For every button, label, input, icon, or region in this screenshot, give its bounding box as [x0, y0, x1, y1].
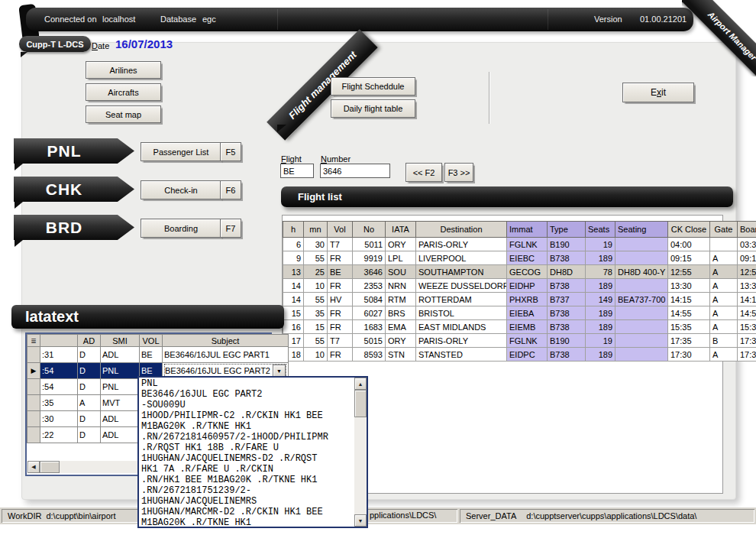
- flight-cell[interactable]: EIEMB: [507, 320, 548, 334]
- flight-cell[interactable]: 10: [304, 279, 328, 293]
- boarding-button[interactable]: Boarding: [141, 219, 221, 238]
- check-in-button[interactable]: Check-in: [141, 180, 221, 199]
- flight-cell[interactable]: 14: [283, 279, 304, 293]
- iata-cell-smi[interactable]: ADL: [101, 427, 140, 443]
- iata-cell-ad[interactable]: D: [78, 363, 101, 379]
- flight-cell[interactable]: 5011: [353, 238, 386, 251]
- flight-cell[interactable]: STN: [386, 348, 416, 362]
- flight-schedule-button[interactable]: Flight Scheddule: [331, 77, 415, 96]
- iata-cell-subject[interactable]: BE3646/16JUL EGC PART1: [163, 347, 289, 363]
- flight-col-header-7[interactable]: Type: [548, 222, 586, 238]
- iata-col-header-4[interactable]: VOL: [140, 335, 163, 347]
- flight-cell[interactable]: 17:35: [738, 334, 756, 348]
- scroll-left-button[interactable]: ◀: [27, 461, 40, 473]
- flight-cell[interactable]: EAST MIDLANDS: [416, 320, 507, 334]
- row-gutter[interactable]: [27, 395, 40, 411]
- iata-row[interactable]: :31DADLBEBE3646/16JUL EGC PART1: [27, 347, 289, 363]
- iata-cell-time[interactable]: :31: [40, 347, 78, 363]
- prev-flight-button[interactable]: << F2: [405, 163, 442, 182]
- flight-cell[interactable]: A: [710, 279, 738, 293]
- iata-cell-time[interactable]: :22: [40, 427, 78, 443]
- flight-cell[interactable]: 78: [586, 265, 615, 279]
- flight-cell[interactable]: [615, 334, 668, 348]
- row-marker-icon[interactable]: ▶: [27, 363, 40, 379]
- flight-cell[interactable]: [615, 279, 668, 293]
- iata-cell-ad[interactable]: D: [78, 427, 101, 443]
- flight-cell[interactable]: ROTTERDAM: [416, 293, 507, 306]
- aircrafts-button[interactable]: Aircrafts: [86, 83, 161, 101]
- flight-cell[interactable]: BRISTOL: [416, 306, 507, 320]
- flight-row[interactable]: 1615FR1683EMAEAST MIDLANDSEIEMBB73818915…: [283, 320, 756, 334]
- flight-col-header-0[interactable]: h: [283, 222, 304, 238]
- flight-cell[interactable]: 16: [283, 320, 304, 334]
- iata-cell-ad[interactable]: D: [78, 347, 101, 363]
- flight-col-header-11[interactable]: Gate: [710, 222, 738, 238]
- flight-cell[interactable]: 19: [586, 238, 615, 251]
- number-input[interactable]: [320, 164, 390, 178]
- flight-cell[interactable]: 189: [586, 251, 615, 265]
- iata-col-header-5[interactable]: Subject: [163, 335, 289, 347]
- flight-cell[interactable]: 189: [586, 306, 615, 320]
- flight-row[interactable]: 1810FR8593STNSTANSTEDEIDPCB73818917:30A1…: [283, 348, 756, 362]
- flight-list-table[interactable]: hmnVolNoIATADestinationImmatTypeSeatsSea…: [283, 221, 756, 362]
- flight-cell[interactable]: DH8D: [548, 265, 586, 279]
- flight-cell[interactable]: B738: [548, 348, 586, 362]
- flight-col-header-4[interactable]: IATA: [386, 222, 416, 238]
- flight-cell[interactable]: 2353: [353, 279, 386, 293]
- flight-cell[interactable]: A: [710, 293, 738, 306]
- flight-cell[interactable]: FGLNK: [507, 334, 548, 348]
- flight-cell[interactable]: [615, 306, 668, 320]
- flight-cell[interactable]: 13: [283, 265, 304, 279]
- flight-cell[interactable]: 10: [304, 348, 328, 362]
- flight-cell[interactable]: 14:55: [738, 306, 756, 320]
- grid-icon[interactable]: ≣: [27, 335, 40, 347]
- flight-cell[interactable]: 17:35: [668, 334, 710, 348]
- flight-cell[interactable]: HV: [328, 293, 353, 306]
- flight-cell[interactable]: B: [710, 334, 738, 348]
- flight-cell[interactable]: 189: [586, 279, 615, 293]
- scroll-up-button[interactable]: ▲: [354, 378, 367, 390]
- flight-cell[interactable]: FR: [328, 320, 353, 334]
- flight-cell[interactable]: [615, 238, 668, 251]
- iata-cell-time[interactable]: :30: [40, 411, 78, 427]
- flight-cell[interactable]: [710, 238, 738, 251]
- flight-cell[interactable]: EIDPC: [507, 348, 548, 362]
- flight-cell[interactable]: 9: [283, 251, 304, 265]
- flight-cell[interactable]: 5084: [353, 293, 386, 306]
- iata-cell-smi[interactable]: ADL: [101, 411, 140, 427]
- flight-cell[interactable]: 17:30: [738, 348, 756, 362]
- iata-cell-time[interactable]: :35: [40, 395, 78, 411]
- row-gutter[interactable]: [27, 347, 40, 363]
- flight-cell[interactable]: A: [710, 348, 738, 362]
- flight-cell[interactable]: 15:35: [668, 320, 710, 334]
- flight-cell[interactable]: 03:30: [738, 238, 756, 251]
- flight-cell[interactable]: 09:15: [668, 251, 710, 265]
- flight-cell[interactable]: 35: [304, 306, 328, 320]
- flight-row[interactable]: 1535FR6027BRSBRISTOLEIEBAB73818914:55A14…: [283, 306, 756, 320]
- flight-col-header-5[interactable]: Destination: [416, 222, 507, 238]
- iata-cell-ad[interactable]: D: [78, 379, 101, 395]
- flight-cell[interactable]: 17:30: [668, 348, 710, 362]
- flight-cell[interactable]: 30: [304, 238, 328, 251]
- popup-text[interactable]: PNL BE3646/16JUL EGC PART2 -SOU009U 1HOO…: [141, 378, 352, 526]
- vscroll-track[interactable]: [354, 417, 367, 514]
- flight-cell[interactable]: [615, 251, 668, 265]
- flight-input[interactable]: [280, 164, 314, 178]
- flight-cell[interactable]: 14: [283, 293, 304, 306]
- flight-cell[interactable]: B190: [548, 334, 586, 348]
- flight-cell[interactable]: 15: [304, 320, 328, 334]
- flight-cell[interactable]: B738: [548, 320, 586, 334]
- flight-cell[interactable]: 13:30: [738, 279, 756, 293]
- flight-cell[interactable]: STANSTED: [416, 348, 507, 362]
- iata-cell-ad[interactable]: D: [78, 411, 101, 427]
- popup-vscrollbar[interactable]: ▲ ▼: [354, 378, 367, 527]
- flight-cell[interactable]: 8593: [353, 348, 386, 362]
- subject-dropdown-button[interactable]: ▼: [273, 365, 286, 378]
- flight-col-header-1[interactable]: mn: [304, 222, 328, 238]
- flight-cell[interactable]: 19: [586, 334, 615, 348]
- iata-cell-time[interactable]: :54: [40, 379, 78, 395]
- flight-cell[interactable]: RTM: [386, 293, 416, 306]
- flight-cell[interactable]: FR: [328, 348, 353, 362]
- flight-cell[interactable]: PHXRB: [507, 293, 548, 306]
- flight-row[interactable]: 1455HV5084RTMROTTERDAMPHXRBB737149BEA737…: [283, 293, 756, 306]
